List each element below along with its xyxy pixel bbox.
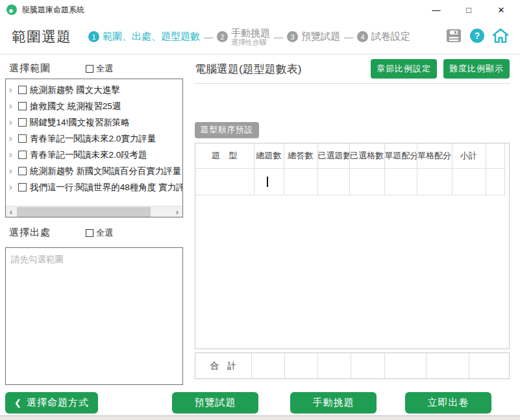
right-panel: 電腦選題(題型題數表) 章節比例設定 難度比例顯示 題型順序預設 題 型 總題數… (195, 55, 510, 383)
tree-expand-icon[interactable]: › (9, 130, 17, 147)
total-table: 合 計 (195, 353, 509, 378)
step-3-number: 3 (287, 31, 298, 42)
col-total-answers: 總答數 (284, 143, 317, 168)
step-separator: — (204, 32, 213, 42)
step-2-label: 手動挑題 (231, 28, 270, 38)
source-select-all[interactable]: 全選 (86, 227, 113, 239)
range-tree-item[interactable]: › 統測新趨勢 新國文閱讀百分百實力評量 (6, 163, 182, 179)
question-type-table-container: 題 型 總題數 總答數 已選題數 已選格數 單題配分 單格配分 小計 (195, 143, 510, 349)
app-logo-icon (6, 5, 17, 15)
step-separator: — (274, 32, 283, 42)
range-tree-item[interactable]: › 關鍵雙14!國文複習新策略 (6, 114, 182, 130)
close-button[interactable]: ✕ (485, 0, 517, 19)
range-tree-item[interactable]: › 我們這一行:閱讀世界的48種角度 實力評量 (6, 179, 182, 195)
source-select-all-checkbox[interactable] (86, 229, 93, 237)
chapter-ratio-button[interactable]: 章節比例設定 (371, 59, 437, 79)
help-icon[interactable]: ? (470, 29, 484, 43)
total-cell (251, 353, 284, 378)
type-order-badge[interactable]: 題型順序預設 (195, 122, 259, 138)
tree-expand-icon[interactable]: › (9, 98, 17, 114)
total-row: 合 計 (195, 353, 509, 378)
scrollbar-right-arrow-icon[interactable]: › (172, 206, 182, 217)
cell-subtotal[interactable] (452, 168, 486, 195)
home-icon[interactable] (493, 29, 508, 43)
scrollbar-left-arrow-icon[interactable]: ‹ (6, 206, 16, 217)
col-subtotal: 小計 (452, 143, 486, 168)
col-selected-blanks: 已選格數 (349, 143, 384, 168)
left-panel: 選擇範圍 全選 › 統測新趨勢 國文大進擊 › 搶救國文 統測複習25週 › 關… (0, 55, 190, 385)
step-4-number: 4 (357, 31, 368, 42)
tree-item-label: 青春筆記一閱讀未來2.0實力評量 (30, 133, 156, 145)
back-button-label: 選擇命題方式 (27, 397, 89, 409)
source-section-title: 選擇出處 (9, 227, 51, 239)
range-select-all[interactable]: 全選 (86, 63, 113, 75)
range-tree-item[interactable]: › 搶救國文 統測複習25週 (6, 98, 182, 114)
cell-selected-questions[interactable] (317, 168, 349, 195)
source-select-all-label: 全選 (96, 227, 113, 239)
panel-divider (195, 83, 510, 84)
tree-expand-icon[interactable]: › (9, 147, 17, 163)
col-question-type: 題 型 (195, 143, 254, 168)
step-4-paper-settings[interactable]: 4 試卷設定 (357, 31, 410, 43)
tree-expand-icon[interactable]: › (9, 163, 17, 179)
col-selected-questions: 已選題數 (317, 143, 349, 168)
step-1-label: 範圍、出處、題型題數 (103, 31, 200, 43)
wizard-header: 範圍選題 1 範圍、出處、題型題數 — 2 手動挑題 選擇性步驟 — 3 預覽試… (0, 19, 520, 55)
window-bottom-edge (0, 415, 520, 420)
maximize-button[interactable]: □ (452, 0, 485, 19)
tree-item-checkbox[interactable] (18, 86, 27, 94)
manual-pick-button[interactable]: 手動挑題 (290, 392, 377, 414)
app-title: 龍騰題庫命題系統 (22, 5, 84, 16)
tree-item-checkbox[interactable] (18, 167, 27, 175)
scrollbar-thumb[interactable] (17, 207, 151, 217)
cell-selected-blanks[interactable] (349, 168, 384, 195)
tree-item-label: 統測新趨勢 新國文閱讀百分百實力評量 (30, 166, 181, 177)
tree-item-checkbox[interactable] (18, 102, 27, 110)
back-chevron-icon: ❮ (14, 398, 22, 408)
table-empty-row (195, 168, 504, 195)
title-bar: 龍騰題庫命題系統 — □ ✕ (0, 0, 520, 19)
step-1-range[interactable]: 1 範圍、出處、題型題數 (88, 31, 200, 43)
col-points-per-question: 單題配分 (384, 143, 417, 168)
tree-item-checkbox[interactable] (18, 151, 27, 159)
page-title: 範圍選題 (12, 27, 71, 47)
generate-paper-button[interactable]: 立即出卷 (405, 392, 491, 414)
minimize-button[interactable]: — (420, 0, 452, 19)
preview-questions-button[interactable]: 預覽試題 (172, 392, 258, 414)
tree-item-checkbox[interactable] (18, 134, 27, 143)
tree-expand-icon[interactable]: › (9, 179, 17, 195)
step-3-preview[interactable]: 3 預覽試題 (287, 31, 340, 43)
difficulty-ratio-button[interactable]: 難度比例顯示 (443, 59, 510, 79)
source-placeholder: 請先勾選範圍 (11, 254, 182, 266)
horizontal-scrollbar[interactable]: ‹ › (6, 206, 182, 217)
cell-total-questions[interactable] (254, 168, 284, 195)
range-section-title: 選擇範圍 (9, 62, 51, 75)
save-icon[interactable] (446, 29, 462, 43)
cell-points-per-blank[interactable] (417, 168, 452, 195)
table-header-row: 題 型 總題數 總答數 已選題數 已選格數 單題配分 單格配分 小計 (195, 143, 504, 168)
range-tree-item[interactable]: › 青春筆記一閱讀未來2.0實力評量 (6, 130, 182, 147)
total-label: 合 計 (195, 353, 251, 378)
tree-item-checkbox[interactable] (18, 183, 27, 191)
back-to-method-button[interactable]: ❮ 選擇命題方式 (5, 392, 98, 414)
range-tree-item[interactable]: › 青春筆記一閱讀未來2.0段考題 (6, 147, 182, 163)
col-points-per-blank: 單格配分 (417, 143, 452, 168)
range-tree-list: › 統測新趨勢 國文大進擊 › 搶救國文 統測複習25週 › 關鍵雙14!國文複… (5, 79, 183, 217)
total-cell (284, 353, 317, 378)
range-tree-item[interactable]: › 統測新趨勢 國文大進擊 (6, 82, 182, 98)
total-row-container: 合 計 (195, 352, 510, 379)
tree-expand-icon[interactable]: › (9, 82, 17, 98)
source-list: 請先勾選範圍 (5, 247, 183, 385)
computer-selection-title: 電腦選題(題型題數表) (195, 62, 301, 77)
tree-item-checkbox[interactable] (18, 118, 27, 127)
step-2-manual-pick[interactable]: 2 手動挑題 選擇性步驟 (217, 28, 270, 46)
tree-expand-icon[interactable]: › (9, 114, 17, 130)
cell-points-per-question[interactable] (384, 168, 417, 195)
range-select-all-checkbox[interactable] (86, 65, 93, 73)
cell-total-answers[interactable] (284, 168, 317, 195)
text-caret (267, 177, 268, 187)
cell-extra[interactable] (486, 168, 504, 195)
step-separator: — (344, 32, 353, 42)
tree-item-label: 我們這一行:閱讀世界的48種角度 實力評量 (30, 182, 182, 193)
cell-question-type[interactable] (195, 168, 254, 195)
